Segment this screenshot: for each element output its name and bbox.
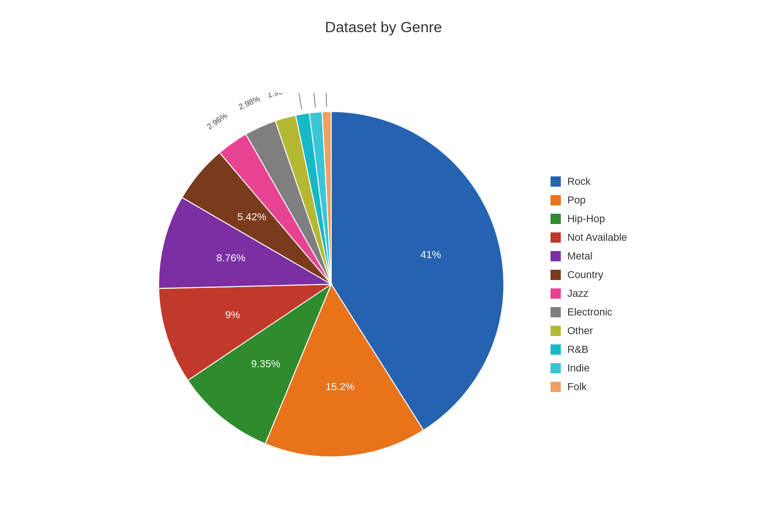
- legend-color-10: [551, 363, 561, 373]
- legend-item-pop: Pop: [551, 194, 627, 206]
- legend-label-10: Indie: [567, 362, 590, 374]
- pie-label-5: 5.42%: [237, 211, 266, 223]
- svg-line-2: [313, 93, 315, 108]
- legend-label-6: Jazz: [567, 287, 588, 300]
- pie-label-2: 9.35%: [251, 357, 280, 369]
- pie-label-4: 8.76%: [216, 252, 245, 263]
- chart-body: 41%15.2%9.35%9%8.76%5.42%2.96%2.98%1.95%…: [28, 55, 739, 513]
- legend-item-country: Country: [551, 269, 627, 281]
- legend-item-hip-hop: Hip-Hop: [551, 213, 627, 225]
- legend-color-8: [551, 326, 561, 336]
- legend-color-9: [551, 344, 561, 355]
- legend-color-7: [551, 307, 561, 317]
- legend-label-4: Metal: [567, 250, 593, 262]
- legend-label-8: Other: [567, 325, 593, 337]
- pie-label-3: 9%: [225, 309, 240, 321]
- svg-line-0: [298, 93, 301, 109]
- legend-label-0: Rock: [567, 175, 591, 188]
- legend-label-9: R&B: [567, 343, 588, 356]
- legend-label-2: Hip-Hop: [567, 213, 605, 225]
- legend-color-11: [551, 382, 561, 392]
- legend-item-indie: Indie: [551, 362, 627, 374]
- legend-item-electronic: Electronic: [551, 306, 627, 318]
- legend-color-2: [551, 214, 561, 224]
- pie-chart: 41%15.2%9.35%9%8.76%5.42%2.96%2.98%1.95%…: [140, 93, 523, 476]
- legend-label-7: Electronic: [567, 306, 613, 318]
- legend-label-11: Folk: [567, 381, 587, 393]
- legend-item-rock: Rock: [551, 175, 627, 188]
- legend-item-metal: Metal: [551, 250, 627, 262]
- legend-item-other: Other: [551, 325, 627, 337]
- legend: RockPopHip-HopNot AvailableMetalCountryJ…: [551, 175, 627, 393]
- legend-label-1: Pop: [567, 194, 586, 206]
- pie-label-7: 2.98%: [237, 94, 262, 111]
- legend-color-3: [551, 232, 561, 243]
- legend-color-0: [551, 176, 561, 187]
- legend-color-4: [551, 251, 561, 261]
- pie-label-0: 41%: [420, 249, 441, 260]
- pie-label-1: 15.2%: [326, 381, 355, 392]
- legend-color-6: [551, 288, 561, 299]
- legend-color-1: [551, 195, 561, 205]
- pie-label-6: 2.96%: [205, 111, 229, 131]
- chart-title: Dataset by Genre: [325, 19, 442, 36]
- legend-item-r&b: R&B: [551, 343, 627, 356]
- legend-label-5: Country: [567, 269, 603, 281]
- legend-color-5: [551, 270, 561, 280]
- legend-item-jazz: Jazz: [551, 287, 627, 300]
- legend-item-folk: Folk: [551, 381, 627, 393]
- pie-label-8: 1.95%: [266, 93, 291, 99]
- legend-item-not-available: Not Available: [551, 231, 627, 244]
- chart-container: Dataset by Genre 41%15.2%9.35%9%8.76%5.4…: [0, 0, 767, 532]
- svg-line-4: [326, 93, 327, 107]
- legend-label-3: Not Available: [567, 231, 627, 244]
